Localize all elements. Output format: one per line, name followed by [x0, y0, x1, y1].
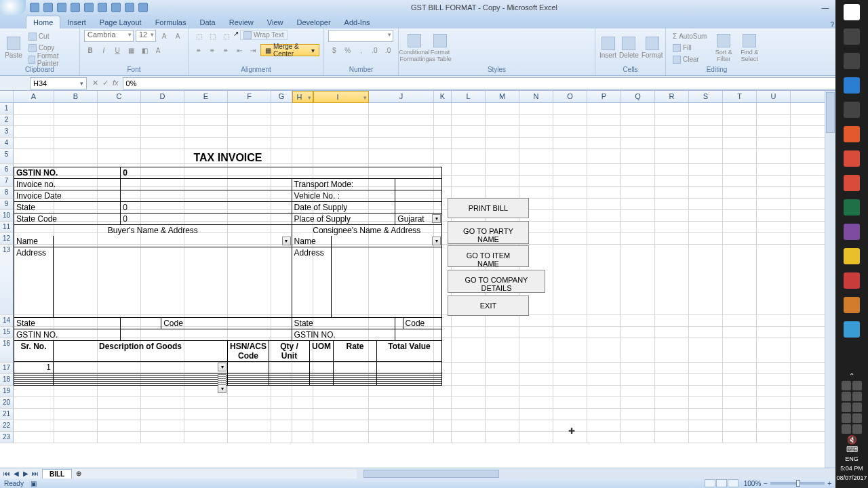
cell[interactable]	[98, 397, 141, 408]
cell[interactable]	[519, 386, 553, 396]
cell[interactable]	[757, 138, 791, 148]
cell[interactable]	[271, 115, 292, 125]
row-header-18[interactable]: 18	[0, 374, 14, 385]
row-header-2[interactable]: 2	[0, 115, 14, 125]
cell[interactable]	[271, 138, 292, 148]
cell[interactable]	[98, 115, 141, 125]
align-top-button[interactable]: ⬚	[193, 30, 205, 42]
cell[interactable]	[434, 432, 452, 443]
date-supply-input[interactable]	[395, 202, 442, 214]
cell[interactable]	[313, 138, 369, 148]
cell[interactable]	[587, 115, 621, 125]
row-header-1[interactable]: 1	[0, 103, 14, 114]
cell[interactable]	[519, 420, 553, 431]
cell[interactable]	[723, 149, 757, 163]
cell[interactable]	[292, 115, 313, 125]
cell[interactable]	[553, 432, 587, 443]
cell[interactable]	[621, 327, 655, 338]
cell[interactable]	[141, 126, 184, 137]
macro-exit[interactable]: EXIT	[448, 296, 529, 316]
cell[interactable]	[723, 233, 757, 244]
sheet-nav-last[interactable]: ⏭	[31, 470, 39, 477]
qat-icon[interactable]	[138, 3, 148, 12]
column-header-Q[interactable]: Q	[621, 91, 655, 102]
cell[interactable]	[141, 386, 184, 396]
cell[interactable]	[553, 409, 587, 420]
column-header-F[interactable]: F	[228, 91, 271, 102]
font-name-select[interactable]: Cambria	[84, 30, 134, 42]
cell[interactable]	[452, 315, 486, 326]
cell[interactable]	[587, 420, 621, 431]
horizontal-scrollbar[interactable]	[357, 469, 835, 479]
cell[interactable]	[313, 397, 369, 408]
excel-icon[interactable]	[844, 199, 860, 216]
cell[interactable]	[228, 103, 271, 114]
vertical-scrollbar[interactable]	[825, 91, 835, 468]
cell[interactable]	[553, 115, 587, 125]
place-supply-select[interactable]: Gujarat▾	[395, 214, 442, 225]
cell[interactable]	[141, 420, 184, 431]
cell[interactable]	[757, 397, 791, 408]
cell[interactable]	[621, 386, 655, 396]
cell[interactable]	[757, 222, 791, 232]
tray-icon[interactable]	[852, 392, 862, 401]
cell[interactable]	[452, 338, 486, 362]
invoice-no-input[interactable]	[121, 179, 292, 190]
cell[interactable]	[689, 103, 723, 114]
task-view-icon[interactable]	[844, 28, 860, 45]
cell[interactable]	[553, 187, 587, 198]
cell[interactable]	[452, 126, 486, 137]
cell[interactable]	[553, 338, 587, 362]
keyboard-icon[interactable]: ⌨	[835, 445, 868, 454]
cell[interactable]	[655, 327, 689, 338]
item-desc[interactable]: ▾	[54, 384, 228, 386]
row-header-4[interactable]: 4	[0, 138, 14, 148]
tray-icon[interactable]	[852, 413, 862, 423]
cell[interactable]	[655, 409, 689, 420]
redo-icon[interactable]	[57, 3, 66, 12]
cell[interactable]	[313, 126, 369, 137]
cell[interactable]	[98, 420, 141, 431]
cell[interactable]	[655, 233, 689, 244]
column-header-I[interactable]: I	[313, 91, 369, 103]
taskbar-lang[interactable]: ENG	[835, 454, 868, 464]
cell[interactable]	[689, 222, 723, 232]
number-format-select[interactable]	[328, 30, 393, 42]
cell[interactable]	[723, 103, 757, 114]
cell[interactable]	[587, 233, 621, 244]
tab-formulas[interactable]: Formulas	[149, 16, 193, 28]
cell[interactable]	[621, 126, 655, 137]
cell[interactable]	[621, 338, 655, 362]
tab-review[interactable]: Review	[222, 16, 260, 28]
column-header-K[interactable]: K	[434, 91, 452, 102]
name-box[interactable]: H34	[30, 77, 87, 89]
cell[interactable]	[271, 409, 292, 420]
cell[interactable]	[587, 138, 621, 148]
cell[interactable]	[452, 164, 486, 175]
increase-decimal-button[interactable]: .0	[368, 44, 380, 56]
cell[interactable]	[553, 199, 587, 209]
cell[interactable]	[184, 115, 228, 125]
cell[interactable]	[723, 126, 757, 137]
save-icon[interactable]	[30, 3, 39, 12]
macro-company-details[interactable]: GO TO COMPANY DETAILS	[448, 270, 545, 293]
cell[interactable]	[184, 409, 228, 420]
cell[interactable]	[587, 245, 621, 314]
cell[interactable]	[369, 138, 434, 148]
cell[interactable]	[486, 315, 519, 326]
cell[interactable]	[434, 397, 452, 408]
cell[interactable]	[98, 409, 141, 420]
cell[interactable]	[184, 397, 228, 408]
cell[interactable]	[486, 338, 519, 362]
row-header-14[interactable]: 14	[0, 315, 14, 326]
cell[interactable]	[486, 164, 519, 175]
cell[interactable]	[655, 374, 689, 385]
item-sr-1[interactable]: 1	[14, 362, 54, 373]
cell[interactable]	[141, 432, 184, 443]
cell[interactable]	[553, 176, 587, 186]
cell[interactable]	[292, 126, 313, 137]
invoice-date-input[interactable]	[121, 190, 292, 202]
sheet-nav-next[interactable]: ▶	[22, 470, 30, 477]
sheet-nav-first[interactable]: ⏮	[3, 470, 11, 477]
cell[interactable]	[452, 115, 486, 125]
